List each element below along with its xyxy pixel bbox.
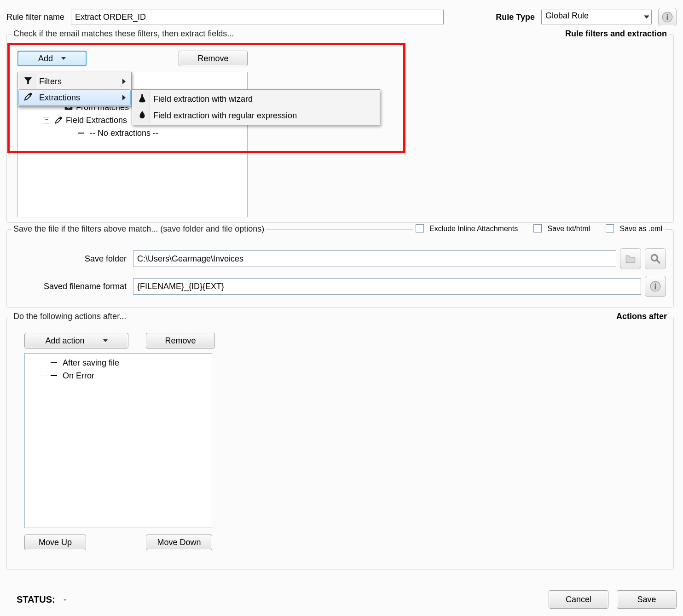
eyedropper-icon	[54, 116, 63, 125]
save-as-eml-checkbox[interactable]: Save as .eml	[606, 224, 662, 233]
eyedropper-icon	[22, 92, 35, 104]
tree-row-no-extractions[interactable]: -- No extractions --	[23, 127, 243, 139]
move-down-button[interactable]: Move Down	[146, 535, 212, 550]
svg-point-4	[60, 117, 62, 119]
add-action-label: Add action	[45, 336, 84, 346]
status-value: -	[64, 594, 67, 605]
info-icon	[649, 280, 661, 292]
svg-rect-10	[655, 285, 656, 290]
remove-action-label: Remove	[165, 336, 196, 346]
save-legend-left: Save the file if the filters above match…	[13, 224, 264, 234]
chevron-down-icon	[61, 57, 66, 60]
checkbox-label: Exclude Inline Attachments	[429, 225, 518, 232]
actions-legend-right: Actions after	[616, 312, 667, 321]
search-icon	[649, 253, 661, 265]
funnel-icon	[22, 76, 35, 88]
menu-item-regex[interactable]: Field extraction with regular expression	[133, 107, 379, 124]
menu-item-wizard[interactable]: Field extraction with wizard	[133, 91, 379, 107]
add-button-label: Add	[38, 54, 53, 64]
checkbox-label: Save as .eml	[620, 225, 662, 232]
actions-after-group: Do the following actions after... Action…	[6, 317, 674, 570]
menu-item-label: Extractions	[39, 93, 80, 103]
filename-format-input[interactable]	[133, 278, 641, 295]
exclude-inline-checkbox[interactable]: Exclude Inline Attachments	[416, 224, 518, 233]
actions-legend-left: Do the following actions after...	[13, 312, 126, 321]
dash-icon	[51, 375, 57, 376]
svg-point-5	[29, 93, 32, 95]
filters-legend-right: Rule filters and extraction	[565, 29, 667, 39]
add-button[interactable]: Add	[17, 51, 87, 66]
save-folder-input[interactable]	[133, 250, 616, 267]
move-up-button[interactable]: Move Up	[24, 535, 86, 550]
save-options-group: Save the file if the filters above match…	[6, 229, 674, 308]
menu-item-filters[interactable]: Filters	[19, 73, 130, 90]
menu-item-label: Field extraction with regular expression	[153, 111, 297, 121]
add-action-button[interactable]: Add action	[24, 333, 128, 349]
info-icon	[661, 11, 673, 23]
rule-filter-name-label: Rule filter name	[6, 12, 64, 22]
add-menu[interactable]: Filters Extractions	[17, 72, 132, 107]
flask-icon	[136, 93, 149, 105]
save-button[interactable]: Save	[617, 590, 677, 609]
save-label: Save	[637, 595, 656, 604]
collapse-toggle-icon[interactable]	[43, 117, 49, 123]
checkbox-icon	[606, 224, 614, 232]
svg-line-7	[657, 260, 660, 263]
svg-point-9	[654, 284, 656, 285]
remove-action-button[interactable]: Remove	[146, 333, 215, 349]
dash-icon	[78, 133, 84, 134]
rule-type-select[interactable]: Global Rule	[541, 10, 652, 24]
actions-tree[interactable]: After saving file On Error	[24, 353, 212, 528]
remove-button-label: Remove	[197, 54, 228, 64]
chevron-right-icon	[122, 95, 126, 100]
tree-row-after-saving[interactable]: After saving file	[29, 356, 207, 369]
chevron-down-icon	[103, 339, 108, 342]
tree-label: -- No extractions --	[90, 128, 158, 138]
cancel-label: Cancel	[566, 595, 591, 604]
help-button[interactable]	[658, 8, 677, 26]
rule-filter-name-input[interactable]	[71, 10, 444, 24]
svg-rect-2	[667, 16, 668, 20]
cancel-button[interactable]: Cancel	[549, 590, 608, 609]
remove-button[interactable]: Remove	[179, 51, 248, 66]
checkbox-label: Save txt/html	[548, 225, 590, 232]
filename-help-button[interactable]	[645, 276, 666, 297]
move-down-label: Move Down	[157, 538, 201, 547]
rule-type-value: Global Rule	[545, 11, 589, 20]
svg-point-6	[651, 255, 657, 261]
checkbox-icon	[416, 224, 424, 232]
open-folder-button[interactable]	[620, 248, 641, 269]
browse-button[interactable]	[645, 248, 666, 269]
svg-point-1	[666, 14, 668, 16]
drop-icon	[136, 110, 149, 122]
chevron-down-icon	[644, 16, 649, 19]
menu-item-extractions[interactable]: Extractions	[18, 89, 131, 106]
rule-type-label: Rule Type	[496, 12, 535, 22]
filename-format-label: Saved filename format	[24, 282, 127, 291]
tree-label: After saving file	[63, 358, 119, 368]
chevron-right-icon	[122, 79, 126, 84]
dash-icon	[51, 362, 57, 363]
save-txt-html-checkbox[interactable]: Save txt/html	[533, 224, 590, 233]
tree-row-on-error[interactable]: On Error	[29, 369, 207, 382]
folder-icon	[625, 253, 637, 265]
extractions-submenu[interactable]: Field extraction with wizard Field extra…	[132, 89, 380, 125]
checkbox-icon	[533, 224, 542, 232]
menu-item-label: Field extraction with wizard	[153, 94, 253, 104]
tree-label: Field Extractions	[66, 116, 127, 125]
tree-label: On Error	[63, 371, 94, 381]
menu-item-label: Filters	[39, 77, 62, 87]
move-up-label: Move Up	[39, 538, 72, 547]
filters-legend-left: Check if the email matches these filters…	[13, 29, 234, 39]
save-folder-label: Save folder	[65, 254, 127, 264]
status-label: STATUS:	[17, 594, 55, 605]
